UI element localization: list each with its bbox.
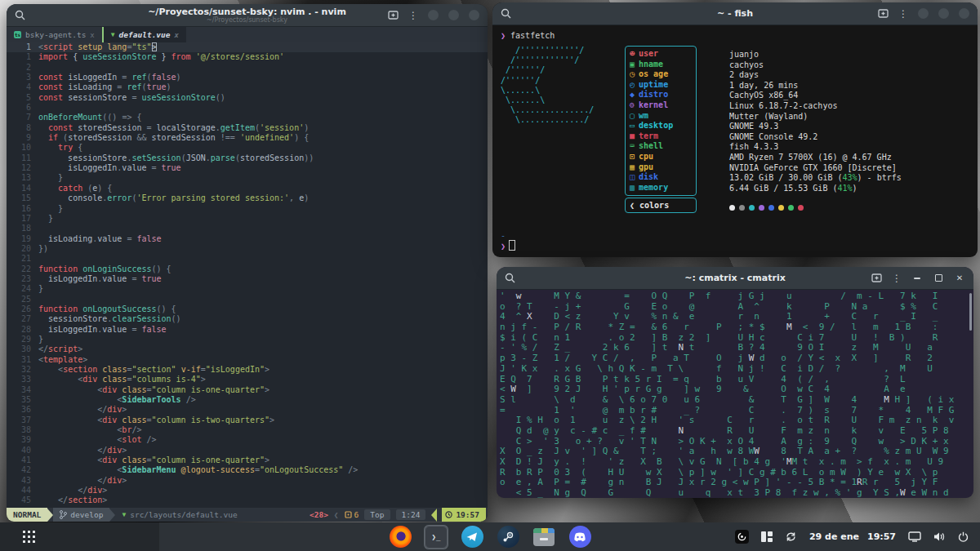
close-button[interactable] bbox=[959, 8, 969, 19]
close-button[interactable]: ✕ bbox=[954, 273, 965, 284]
restore-button[interactable] bbox=[933, 273, 944, 284]
close-button[interactable] bbox=[469, 10, 479, 20]
cmatrix-content[interactable]: ' w M Y & = O Q P f j G j u / m - L 7 k … bbox=[497, 290, 973, 498]
code-text: console.error('Error parsing stored sess… bbox=[38, 193, 488, 203]
new-tab-icon[interactable] bbox=[388, 10, 399, 20]
code-text: } bbox=[38, 204, 488, 214]
code-line: 7onBeforeMount(() => { bbox=[7, 113, 488, 122]
dock-firefox-icon[interactable] bbox=[388, 525, 412, 549]
search-icon[interactable] bbox=[15, 10, 25, 20]
tab-bsky-agent[interactable]: ts bsky-agent.ts x bbox=[7, 27, 102, 42]
update-sync-icon[interactable] bbox=[785, 531, 797, 542]
disk-icon: ◫ bbox=[630, 172, 635, 183]
code-line: 1import { useSessionStore } from '@/stor… bbox=[7, 52, 488, 62]
fish-terminal-window: ~ - fish ⋮ ❯ fastfetch /''''''''''''/ /'… bbox=[492, 2, 978, 257]
display-icon[interactable] bbox=[908, 531, 921, 542]
dock-steam-icon[interactable] bbox=[496, 525, 520, 549]
maximize-button[interactable] bbox=[448, 10, 459, 20]
code-text: <section class="section" v-if="isLoggedI… bbox=[38, 365, 488, 375]
volume-icon[interactable] bbox=[933, 531, 946, 542]
cursor-block: > bbox=[152, 42, 157, 51]
line-number: 32 bbox=[7, 365, 38, 375]
fastfetch-values: juanjocachyos2 days1 day, 26 minsCachyOS… bbox=[729, 46, 902, 213]
fastfetch-label: user bbox=[639, 49, 658, 60]
code-text: sessionStore.setSession(JSON.parse(store… bbox=[38, 153, 488, 163]
minimize-button[interactable] bbox=[911, 273, 923, 284]
tab-close-icon[interactable]: x bbox=[175, 31, 179, 39]
line-number: 2 bbox=[7, 63, 38, 73]
fastfetch-labels-box: ☻user▣hname◷os age◴uptime◆distro⚙kernel▢… bbox=[625, 46, 697, 196]
matrix-bright-char: W bbox=[749, 353, 755, 364]
new-tab-icon[interactable] bbox=[871, 273, 882, 283]
dock-console-icon[interactable]: ❯_ bbox=[424, 525, 448, 549]
new-tab-icon[interactable] bbox=[878, 8, 889, 19]
kernel-icon: ⚙ bbox=[630, 100, 635, 111]
code-text: } bbox=[38, 335, 488, 344]
color-dot bbox=[739, 205, 745, 211]
nvim-titlebar[interactable]: ~/Proyectos/sunset-bsky: nvim . - nvim ~… bbox=[7, 4, 488, 27]
code-line: 11 sessionStore.setSession(JSON.parse(st… bbox=[7, 153, 488, 163]
dock: ❯_ bbox=[388, 522, 592, 551]
minimize-button[interactable] bbox=[918, 8, 929, 19]
fish-terminal-content[interactable]: ❯ fastfetch /''''''''''''/ /''''''''''''… bbox=[492, 25, 978, 257]
matrix-row: Q d @ y c - # c _ f # N R U F m z n k v … bbox=[500, 426, 970, 437]
minimize-button[interactable] bbox=[428, 10, 439, 20]
code-line: 16 } bbox=[7, 204, 488, 214]
code-line: 10 try { bbox=[7, 143, 488, 153]
code-line: 20}) bbox=[7, 244, 488, 254]
search-icon[interactable] bbox=[505, 273, 515, 283]
code-text: const isLoading = ref(true) bbox=[38, 82, 488, 92]
line-number: 29 bbox=[7, 335, 38, 344]
dock-files-icon[interactable] bbox=[532, 525, 556, 549]
fastfetch-label: gpu bbox=[639, 162, 653, 173]
menu-kebab-icon[interactable]: ⋮ bbox=[892, 274, 902, 282]
fastfetch-label-row: ◫disk bbox=[630, 172, 692, 183]
cpu-icon: ⊡ bbox=[630, 152, 635, 162]
line-number: 4 bbox=[7, 82, 38, 92]
color-dot bbox=[768, 205, 774, 211]
power-icon[interactable] bbox=[958, 531, 969, 542]
tab-close-icon[interactable]: x bbox=[90, 31, 94, 39]
code-text: <script setup lang="ts"> bbox=[38, 42, 488, 52]
line-number: 21 bbox=[7, 254, 38, 264]
matrix-row: ' w M Y & = O Q P f j G j u / m - L 7 k … bbox=[500, 291, 970, 302]
dock-telegram-icon[interactable] bbox=[460, 525, 484, 549]
code-line: 14 catch (e) { bbox=[7, 184, 488, 193]
code-text: isLoggedIn.value = true bbox=[38, 274, 488, 284]
app-grid-icon[interactable] bbox=[23, 531, 35, 543]
code-text: </div> bbox=[38, 476, 488, 486]
fastfetch-value: CachyOS x86_64 bbox=[729, 91, 902, 101]
code-editor[interactable]: 1<script setup lang="ts">1import { useSe… bbox=[7, 42, 488, 508]
taskbar-time: 19:57 bbox=[867, 531, 896, 542]
fastfetch-label-row: ▢wm bbox=[630, 111, 692, 122]
code-text: </script> bbox=[38, 344, 488, 354]
maximize-button[interactable] bbox=[938, 8, 949, 19]
steam-tray-icon[interactable] bbox=[735, 530, 749, 544]
user-icon: ☻ bbox=[630, 49, 635, 60]
code-line: 30</script> bbox=[7, 344, 488, 354]
menu-kebab-icon[interactable]: ⋮ bbox=[898, 10, 908, 18]
line-number: 22 bbox=[7, 264, 38, 274]
search-icon[interactable] bbox=[501, 8, 511, 19]
dock-discord-icon[interactable] bbox=[568, 525, 592, 549]
taskbar-clock[interactable]: 29 de ene 19:57 bbox=[809, 531, 896, 542]
code-text: if (storedSession && storedSession !== '… bbox=[38, 133, 488, 143]
cmatrix-titlebar[interactable]: ~: cmatrix - cmatrix ⋮ ✕ bbox=[497, 267, 973, 290]
fastfetch-label: cpu bbox=[639, 152, 653, 162]
line-number: 33 bbox=[7, 375, 38, 384]
line-number: 17 bbox=[7, 214, 38, 224]
tab-default-vue[interactable]: ▼ default.vue x bbox=[104, 27, 186, 42]
fastfetch-value: AMD Ryzen 7 5700X (16) @ 4.67 GHz bbox=[729, 153, 902, 163]
fish-titlebar[interactable]: ~ - fish ⋮ bbox=[492, 2, 978, 25]
line-number: 23 bbox=[7, 274, 38, 284]
fastfetch-label-row: ⚙kernel bbox=[630, 100, 692, 111]
workspace-grid-icon[interactable] bbox=[761, 531, 773, 542]
fastfetch-label: wm bbox=[639, 111, 648, 122]
code-text: isLoggedIn.value = true bbox=[38, 163, 488, 173]
menu-kebab-icon[interactable]: ⋮ bbox=[408, 11, 418, 20]
code-text bbox=[38, 103, 488, 113]
clock-icon bbox=[445, 511, 452, 518]
statusline-clock: 19:57 bbox=[442, 508, 486, 522]
fastfetch-value: 1 day, 26 mins bbox=[729, 81, 902, 91]
fastfetch-label: term bbox=[639, 131, 658, 142]
